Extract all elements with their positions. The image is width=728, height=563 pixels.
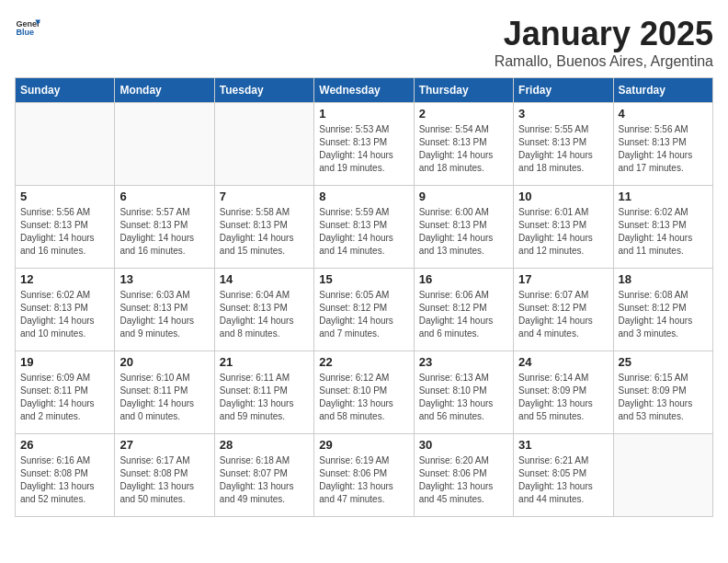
day-number: 16 — [419, 272, 508, 286]
calendar-cell — [16, 103, 115, 186]
day-number: 7 — [220, 190, 309, 203]
day-info: Sunrise: 5:54 AM Sunset: 8:13 PM Dayligh… — [419, 123, 508, 175]
day-info: Sunrise: 6:06 AM Sunset: 8:12 PM Dayligh… — [419, 289, 508, 340]
logo: General Blue — [15, 15, 40, 40]
calendar-cell: 16Sunrise: 6:06 AM Sunset: 8:12 PM Dayli… — [414, 269, 513, 351]
calendar-cell: 23Sunrise: 6:13 AM Sunset: 8:10 PM Dayli… — [414, 351, 513, 434]
day-number: 6 — [119, 190, 209, 203]
day-number: 14 — [220, 272, 309, 286]
calendar-cell: 4Sunrise: 5:56 AM Sunset: 8:13 PM Daylig… — [613, 103, 712, 186]
day-info: Sunrise: 6:15 AM Sunset: 8:09 PM Dayligh… — [619, 372, 708, 423]
calendar-cell: 11Sunrise: 6:02 AM Sunset: 8:13 PM Dayli… — [613, 186, 712, 269]
calendar-cell: 24Sunrise: 6:14 AM Sunset: 8:09 PM Dayli… — [514, 351, 613, 434]
day-number: 12 — [20, 272, 109, 286]
calendar-row-4: 26Sunrise: 6:16 AM Sunset: 8:08 PM Dayli… — [16, 434, 713, 517]
day-number: 13 — [119, 272, 209, 286]
calendar-cell: 1Sunrise: 5:53 AM Sunset: 8:13 PM Daylig… — [314, 103, 414, 186]
day-number: 24 — [518, 355, 608, 369]
day-number: 10 — [518, 190, 608, 203]
calendar-cell: 25Sunrise: 6:15 AM Sunset: 8:09 PM Dayli… — [613, 351, 712, 434]
day-info: Sunrise: 6:11 AM Sunset: 8:11 PM Dayligh… — [220, 372, 309, 423]
header-saturday: Saturday — [613, 78, 712, 103]
page-header: General Blue January 2025 Ramallo, Bueno… — [15, 15, 713, 70]
day-number: 22 — [319, 355, 408, 369]
day-info: Sunrise: 6:00 AM Sunset: 8:13 PM Dayligh… — [419, 206, 508, 258]
day-number: 17 — [518, 272, 608, 286]
day-info: Sunrise: 6:02 AM Sunset: 8:13 PM Dayligh… — [619, 206, 708, 258]
day-number: 19 — [20, 355, 109, 369]
day-number: 30 — [419, 438, 508, 452]
calendar-cell: 17Sunrise: 6:07 AM Sunset: 8:12 PM Dayli… — [514, 269, 613, 351]
day-info: Sunrise: 6:19 AM Sunset: 8:06 PM Dayligh… — [319, 454, 408, 506]
calendar-title: January 2025 — [495, 15, 713, 53]
calendar-cell: 9Sunrise: 6:00 AM Sunset: 8:13 PM Daylig… — [414, 186, 513, 269]
day-info: Sunrise: 5:53 AM Sunset: 8:13 PM Dayligh… — [319, 123, 408, 175]
day-info: Sunrise: 6:05 AM Sunset: 8:12 PM Dayligh… — [319, 289, 408, 340]
calendar-cell: 26Sunrise: 6:16 AM Sunset: 8:08 PM Dayli… — [16, 434, 115, 517]
day-info: Sunrise: 6:07 AM Sunset: 8:12 PM Dayligh… — [518, 289, 608, 340]
calendar-row-2: 12Sunrise: 6:02 AM Sunset: 8:13 PM Dayli… — [16, 269, 713, 351]
day-info: Sunrise: 6:18 AM Sunset: 8:07 PM Dayligh… — [220, 454, 309, 506]
day-info: Sunrise: 6:08 AM Sunset: 8:12 PM Dayligh… — [619, 289, 708, 340]
day-info: Sunrise: 5:59 AM Sunset: 8:13 PM Dayligh… — [319, 206, 408, 258]
day-info: Sunrise: 6:01 AM Sunset: 8:13 PM Dayligh… — [518, 206, 608, 258]
day-number: 27 — [119, 438, 209, 452]
title-block: January 2025 Ramallo, Buenos Aires, Arge… — [495, 15, 713, 70]
calendar-cell: 20Sunrise: 6:10 AM Sunset: 8:11 PM Dayli… — [115, 351, 214, 434]
calendar-cell: 30Sunrise: 6:20 AM Sunset: 8:06 PM Dayli… — [414, 434, 513, 517]
header-wednesday: Wednesday — [314, 78, 414, 103]
calendar-cell — [613, 434, 712, 517]
day-info: Sunrise: 6:20 AM Sunset: 8:06 PM Dayligh… — [419, 454, 508, 506]
day-info: Sunrise: 6:16 AM Sunset: 8:08 PM Dayligh… — [20, 454, 109, 506]
day-info: Sunrise: 6:14 AM Sunset: 8:09 PM Dayligh… — [518, 372, 608, 423]
header-tuesday: Tuesday — [214, 78, 313, 103]
day-info: Sunrise: 6:21 AM Sunset: 8:05 PM Dayligh… — [518, 454, 608, 506]
day-info: Sunrise: 5:58 AM Sunset: 8:13 PM Dayligh… — [220, 206, 309, 258]
day-info: Sunrise: 5:56 AM Sunset: 8:13 PM Dayligh… — [20, 206, 109, 258]
calendar-cell: 13Sunrise: 6:03 AM Sunset: 8:13 PM Dayli… — [115, 269, 214, 351]
day-info: Sunrise: 6:12 AM Sunset: 8:10 PM Dayligh… — [319, 372, 408, 423]
calendar-row-1: 5Sunrise: 5:56 AM Sunset: 8:13 PM Daylig… — [16, 186, 713, 269]
calendar-cell: 12Sunrise: 6:02 AM Sunset: 8:13 PM Dayli… — [16, 269, 115, 351]
calendar-cell: 14Sunrise: 6:04 AM Sunset: 8:13 PM Dayli… — [214, 269, 313, 351]
day-info: Sunrise: 5:57 AM Sunset: 8:13 PM Dayligh… — [119, 206, 209, 258]
day-number: 2 — [419, 107, 508, 121]
day-number: 9 — [419, 190, 508, 203]
calendar-cell: 2Sunrise: 5:54 AM Sunset: 8:13 PM Daylig… — [414, 103, 513, 186]
day-info: Sunrise: 6:03 AM Sunset: 8:13 PM Dayligh… — [119, 289, 209, 340]
day-info: Sunrise: 6:10 AM Sunset: 8:11 PM Dayligh… — [119, 372, 209, 423]
calendar-cell: 5Sunrise: 5:56 AM Sunset: 8:13 PM Daylig… — [16, 186, 115, 269]
header-sunday: Sunday — [16, 78, 115, 103]
day-number: 23 — [419, 355, 508, 369]
calendar-cell: 7Sunrise: 5:58 AM Sunset: 8:13 PM Daylig… — [214, 186, 313, 269]
day-info: Sunrise: 6:04 AM Sunset: 8:13 PM Dayligh… — [220, 289, 309, 340]
header-thursday: Thursday — [414, 78, 513, 103]
days-header-row: Sunday Monday Tuesday Wednesday Thursday… — [16, 78, 713, 103]
day-number: 21 — [220, 355, 309, 369]
day-number: 29 — [319, 438, 408, 452]
day-number: 18 — [619, 272, 708, 286]
calendar-cell: 27Sunrise: 6:17 AM Sunset: 8:08 PM Dayli… — [115, 434, 214, 517]
calendar-cell: 28Sunrise: 6:18 AM Sunset: 8:07 PM Dayli… — [214, 434, 313, 517]
calendar-table: Sunday Monday Tuesday Wednesday Thursday… — [15, 77, 713, 517]
logo-icon: General Blue — [15, 15, 40, 40]
calendar-cell: 6Sunrise: 5:57 AM Sunset: 8:13 PM Daylig… — [115, 186, 214, 269]
day-number: 4 — [619, 107, 708, 121]
header-friday: Friday — [514, 78, 613, 103]
calendar-cell: 22Sunrise: 6:12 AM Sunset: 8:10 PM Dayli… — [314, 351, 414, 434]
calendar-cell: 8Sunrise: 5:59 AM Sunset: 8:13 PM Daylig… — [314, 186, 414, 269]
calendar-cell: 19Sunrise: 6:09 AM Sunset: 8:11 PM Dayli… — [16, 351, 115, 434]
day-info: Sunrise: 5:56 AM Sunset: 8:13 PM Dayligh… — [619, 123, 708, 175]
calendar-cell: 3Sunrise: 5:55 AM Sunset: 8:13 PM Daylig… — [514, 103, 613, 186]
day-number: 5 — [20, 190, 109, 203]
day-info: Sunrise: 6:17 AM Sunset: 8:08 PM Dayligh… — [119, 454, 209, 506]
day-number: 8 — [319, 190, 408, 203]
header-monday: Monday — [115, 78, 214, 103]
day-number: 28 — [220, 438, 309, 452]
calendar-cell: 15Sunrise: 6:05 AM Sunset: 8:12 PM Dayli… — [314, 269, 414, 351]
day-number: 1 — [319, 107, 408, 121]
day-number: 26 — [20, 438, 109, 452]
calendar-cell: 21Sunrise: 6:11 AM Sunset: 8:11 PM Dayli… — [214, 351, 313, 434]
svg-text:Blue: Blue — [16, 28, 34, 37]
day-number: 31 — [518, 438, 608, 452]
